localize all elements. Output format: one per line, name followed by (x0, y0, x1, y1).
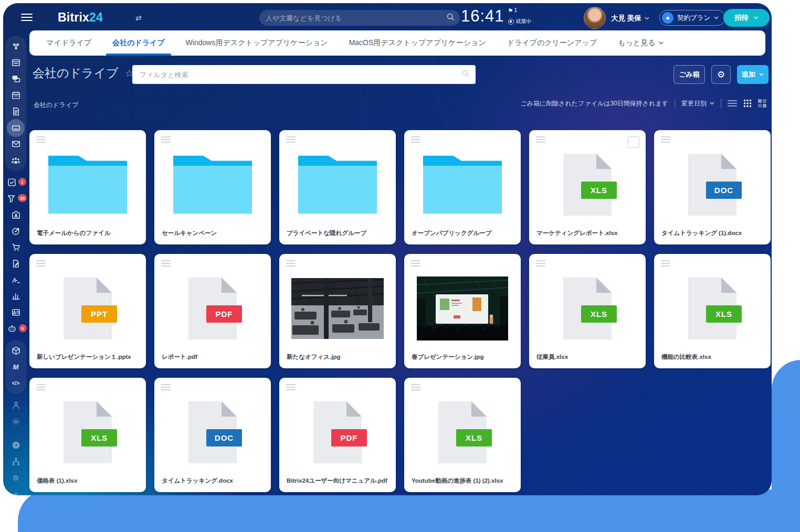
file-preview: PPT (29, 272, 146, 345)
file-card[interactable]: 新たなオフィス.jpg (279, 254, 396, 368)
list-view-icon[interactable] (728, 100, 737, 107)
card-menu-icon[interactable] (286, 384, 296, 392)
structure-icon (12, 457, 20, 466)
xls-file-icon: XLS (688, 278, 736, 339)
file-card[interactable]: PPT新しいプレゼンテーション１.pptx (29, 254, 146, 368)
card-menu-icon[interactable] (36, 136, 46, 144)
switch-workspace-icon[interactable]: ⇄ (135, 14, 142, 22)
sidebar-item-help[interactable]: ? (7, 437, 25, 453)
file-checkbox[interactable] (628, 136, 639, 148)
tab-3[interactable]: MacOS用デスクトップアプリケーション (339, 30, 497, 56)
file-card[interactable]: PDFレポート.pdf (154, 254, 271, 368)
card-menu-icon[interactable] (661, 136, 670, 144)
tab-4[interactable]: ドライブのクリーンアップ (497, 30, 608, 56)
file-card[interactable]: 春プレゼンテーション.jpg (404, 254, 521, 368)
global-search[interactable] (259, 10, 460, 26)
folder-card[interactable]: プライベートな隠れグループ (279, 130, 396, 244)
sidebar-item-devops[interactable]: </> (7, 375, 25, 391)
card-menu-icon[interactable] (36, 384, 46, 392)
worktime-clock[interactable]: 16:41 ⚑1 就業中 (461, 7, 532, 25)
folder-card[interactable]: 電子メールからのファイル (29, 130, 146, 244)
sort-selector[interactable]: 変更日別 (681, 99, 714, 108)
tab-label: Windows用デスクトップアプリケーション (186, 38, 328, 48)
flag-icon: ⚑ (508, 7, 513, 14)
card-menu-icon[interactable] (36, 260, 46, 268)
sidebar-item-mail[interactable] (7, 136, 25, 152)
breadcrumb[interactable]: 会社のドライブ (34, 101, 78, 110)
image-thumbnail (291, 278, 384, 339)
file-name: レポート.pdf (162, 353, 266, 361)
card-menu-icon[interactable] (411, 136, 420, 144)
sidebar-item-sales-intelligence[interactable] (7, 223, 25, 239)
user-menu[interactable]: 大見 美保 (611, 14, 649, 23)
bi-analytics-icon (12, 292, 20, 301)
plan-button[interactable]: ◆ 契約プラン (659, 10, 725, 26)
card-menu-icon[interactable] (161, 260, 171, 268)
tab-2[interactable]: Windows用デスクトップアプリケーション (175, 30, 339, 56)
sidebar-item-hr[interactable] (7, 397, 25, 413)
tab-1[interactable]: 会社のドライブ (102, 30, 175, 56)
user-avatar[interactable] (584, 7, 606, 29)
file-preview (279, 148, 396, 221)
folder-card[interactable]: オープンパブリックグループ (404, 130, 521, 244)
folder-card[interactable]: セールキャンペーン (154, 130, 271, 244)
sidebar-item-crm[interactable]: 36 (7, 190, 25, 207)
file-card[interactable]: DOCタイムトラッキング.docx (154, 378, 271, 492)
tab-label: マイドライブ (46, 38, 91, 48)
tab-0[interactable]: マイドライブ (36, 30, 102, 56)
card-menu-icon[interactable] (661, 260, 670, 268)
settings-button[interactable]: ⚙ (711, 65, 731, 84)
sidebar-item-drive[interactable] (7, 120, 25, 136)
sidebar-item-groups[interactable] (7, 152, 25, 168)
contact-center-icon (12, 308, 20, 317)
sidebar-item-settings[interactable]: ⚙ (7, 470, 25, 486)
card-menu-icon[interactable] (161, 384, 171, 392)
sidebar-item-bi-analytics[interactable] (7, 288, 25, 304)
sidebar-item-tasks[interactable]: 1 (7, 174, 25, 190)
file-card[interactable]: XLS機能の比較表.xlsx (654, 254, 771, 368)
tile-view-icon[interactable] (758, 99, 766, 108)
trash-button[interactable]: ごみ箱 (673, 65, 705, 84)
card-menu-icon[interactable] (536, 260, 545, 268)
card-menu-icon[interactable] (536, 136, 545, 144)
sidebar-item-copilot[interactable]: 5 (7, 321, 25, 337)
folder-icon (298, 155, 377, 214)
settings-icon: ⚙ (13, 474, 19, 482)
filter-search[interactable] (132, 65, 476, 84)
main-menu-icon[interactable] (21, 14, 33, 23)
card-menu-icon[interactable] (411, 384, 420, 392)
sidebar-item-more[interactable] (7, 413, 25, 430)
invite-button[interactable]: 招待 (723, 9, 770, 27)
global-search-input[interactable] (259, 14, 447, 22)
sidebar-item-store[interactable] (7, 239, 25, 256)
sidebar-item-esign[interactable] (7, 272, 25, 288)
file-card[interactable]: XLSYoutube動画の進捗表 (1) (2).xlsx (404, 378, 521, 492)
file-preview: DOC (654, 148, 771, 221)
sidebar-item-structure[interactable] (7, 453, 25, 470)
drive-tabs-bar: マイドライブ会社のドライブWindows用デスクトップアプリケーションMacOS… (29, 30, 765, 56)
file-card[interactable]: PDFBitrix24ユーザー向けマニュアル.pdf (279, 378, 396, 492)
card-menu-icon[interactable] (286, 260, 296, 268)
file-card[interactable]: XLSマーケティングレポート.xlsx (529, 130, 646, 244)
bitrix24-logo[interactable]: Bitrix24 (58, 10, 103, 25)
card-menu-icon[interactable] (411, 260, 420, 268)
sidebar-item-smart-process[interactable] (7, 256, 25, 272)
filter-search-input[interactable] (132, 71, 462, 79)
file-card[interactable]: DOCタイムトラッキング (1).docx (654, 130, 771, 244)
file-card[interactable]: XLS従業員.xlsx (529, 254, 646, 368)
sidebar-item-market[interactable] (7, 343, 25, 359)
search-icon (462, 70, 469, 79)
sidebar-item-add-menu[interactable]: ＋ (7, 486, 25, 495)
file-name: タイムトラッキング.docx (162, 477, 266, 485)
card-menu-icon[interactable] (286, 136, 296, 144)
work-status-icon[interactable] (508, 19, 514, 25)
grid-view-icon[interactable] (743, 99, 752, 108)
sidebar-item-market-m[interactable]: M (7, 359, 25, 375)
add-button[interactable]: 追加 (737, 65, 769, 84)
card-menu-icon[interactable] (161, 136, 171, 144)
tab-5[interactable]: もっと見る (607, 30, 673, 56)
sidebar-item-company[interactable] (7, 207, 25, 223)
sidebar-item-live-feed[interactable] (7, 38, 25, 55)
sidebar-item-contact-center[interactable] (7, 304, 25, 321)
file-card[interactable]: XLS価格表 (1).xlsx (29, 378, 146, 492)
